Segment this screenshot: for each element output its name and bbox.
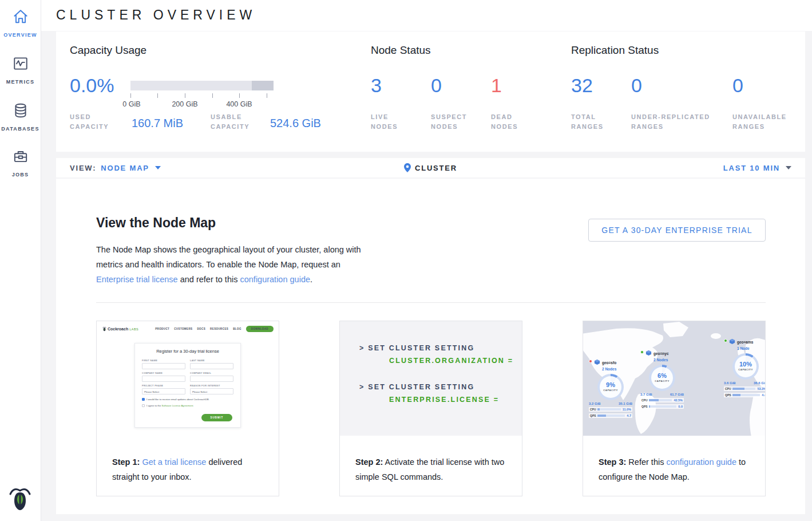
- sidebar-item-label: METRICS: [6, 79, 35, 85]
- view-selector-dropdown[interactable]: NODE MAP: [101, 164, 149, 172]
- usable-capacity-value: 524.6 GiB: [270, 117, 321, 130]
- main-area: CLUSTER OVERVIEW Capacity Usage 0.0% 0 G…: [41, 0, 812, 521]
- time-range-dropdown[interactable]: LAST 10 MIN: [457, 164, 791, 172]
- mini-bug-icon: [102, 326, 106, 331]
- capacity-gauge-ticks: [130, 93, 274, 98]
- get-trial-license-link[interactable]: Get a trial license: [142, 457, 206, 467]
- breadcrumb[interactable]: CLUSTER: [404, 163, 457, 172]
- locality-name: geo=sfo: [602, 361, 616, 365]
- configuration-guide-link[interactable]: configuration guide: [666, 457, 736, 467]
- sql-prompt: >: [359, 344, 365, 352]
- sql-argument: ENTERPRISE.LICENSE =: [389, 396, 522, 404]
- jobs-icon: [12, 148, 29, 165]
- capacity-donut: 9%CAPACITY: [597, 374, 624, 400]
- mini-select: Please Select: [190, 388, 233, 394]
- sql-command: SET CLUSTER SETTING: [368, 383, 474, 391]
- status-dot-live-icon: [724, 339, 727, 342]
- sql-command: SET CLUSTER SETTING: [368, 344, 474, 352]
- used-capacity-label: USED CAPACITY: [70, 112, 122, 132]
- sidebar-item-label: JOBS: [12, 172, 29, 177]
- mini-field-label: COMPANY EMAIL: [190, 372, 233, 374]
- mini-input: [190, 363, 233, 369]
- suspect-nodes-value: 0: [431, 74, 442, 97]
- locality-node-count: 2 Nodes: [602, 367, 616, 371]
- mini-nav-item: CUSTOMERS: [174, 327, 192, 330]
- node-map-preview-image: geo=sfo2 Nodes 9%CAPACITY 3.2 GiB35.1 Gi…: [583, 321, 765, 436]
- tick-label: 0 GiB: [122, 100, 140, 108]
- divider: [96, 302, 766, 303]
- mini-input: [142, 376, 185, 382]
- configuration-guide-link[interactable]: configuration guide: [240, 275, 310, 284]
- cluster-summary-panel: Capacity Usage 0.0% 0 GiB 200 GiB 400 Gi…: [56, 31, 805, 152]
- enterprise-trial-license-link[interactable]: Enterprise trial license: [96, 275, 178, 284]
- capacity-usage-title: Capacity Usage: [70, 44, 146, 57]
- mini-cockroach-labs-logo: Cockroach LABS: [102, 326, 138, 331]
- capacity-gauge: [130, 81, 274, 90]
- step-2-label: Step 2:: [355, 457, 383, 467]
- map-widget-ams: geo=ams1 Node 10%CAPACITY 3.6 GiB36.6 Gi…: [724, 338, 765, 397]
- sql-prompt: >: [359, 383, 365, 391]
- status-dot-live-icon: [640, 350, 644, 354]
- mini-nav-item: BLOG: [233, 327, 241, 330]
- under-replicated-ranges-label: UNDER-REPLICATED RANGES: [631, 112, 726, 132]
- mini-brand-text: Cockroach: [108, 327, 128, 331]
- sql-commands-preview: > SET CLUSTER SETTING CLUSTER.ORGANIZATI…: [340, 321, 522, 436]
- locality-node-count: 1 Node: [737, 346, 750, 350]
- mini-download-button: DOWNLOAD: [246, 326, 274, 332]
- chevron-down-icon[interactable]: [155, 166, 161, 169]
- capacity-gauge-reserved-segment: [252, 81, 274, 90]
- mini-input: [190, 376, 233, 382]
- mini-field-label: REASON FOR INTEREST: [190, 385, 233, 387]
- sidebar-item-label: DATABASES: [1, 126, 39, 132]
- mini-nav-item: RESOURCES: [210, 327, 228, 330]
- mini-nav-item: DOCS: [197, 327, 205, 330]
- step-3-label: Step 3:: [599, 457, 626, 467]
- get-enterprise-trial-button[interactable]: GET A 30-DAY ENTERPRISE TRIAL: [588, 219, 766, 242]
- locality-name: geo=ams: [737, 340, 753, 344]
- total-ranges-label: TOTAL RANGES: [571, 112, 620, 132]
- mini-nav-item: PRODUCT: [155, 327, 169, 330]
- step-3-caption: Step 3: Refer this configuration guide t…: [599, 455, 755, 484]
- step-1-card: Cockroach LABS PRODUCT CUSTOMERS DOCS RE…: [96, 321, 279, 496]
- home-icon: [12, 8, 29, 25]
- mini-field-label: LAST NAME: [190, 360, 233, 362]
- mini-form-title: Register for a 30-day trial license: [142, 349, 233, 354]
- view-label: VIEW:: [70, 164, 96, 172]
- step-1-caption: Step 1: Get a trial license delivered st…: [112, 455, 268, 484]
- mini-registration-form: Register for a 30-day trial license FIRS…: [134, 343, 241, 428]
- node-cube-icon: [729, 338, 735, 345]
- live-nodes-label: LIVE NODES: [371, 112, 417, 132]
- chevron-down-icon: [786, 166, 791, 169]
- sidebar-item-overview[interactable]: OVERVIEW: [0, 8, 41, 39]
- page-title: CLUSTER OVERVIEW: [56, 7, 256, 23]
- mini-site-header: Cockroach LABS PRODUCT CUSTOMERS DOCS RE…: [102, 326, 274, 332]
- locality-name: geo=nyc: [653, 352, 669, 356]
- step-2-card: > SET CLUSTER SETTING CLUSTER.ORGANIZATI…: [339, 321, 522, 496]
- description-text: The Node Map shows the geographical layo…: [96, 245, 361, 269]
- status-dot-dead-icon: [589, 360, 592, 363]
- capacity-donut: 6%CAPACITY: [649, 365, 675, 391]
- mini-field-label: COMPANY NAME: [142, 372, 185, 374]
- mini-field-label: PROJECT PHASE: [142, 385, 185, 387]
- unavailable-ranges-label: UNAVAILABLE RANGES: [732, 112, 798, 132]
- map-widget-sfo: geo=sfo2 Nodes 9%CAPACITY 3.2 GiB35.1 Gi…: [589, 359, 632, 418]
- total-ranges-value: 32: [571, 74, 593, 97]
- under-replicated-ranges-value: 0: [631, 74, 642, 97]
- unavailable-ranges-value: 0: [732, 74, 743, 97]
- sidebar-item-metrics[interactable]: METRICS: [0, 55, 41, 86]
- mini-input: [142, 363, 185, 369]
- sidebar-item-databases[interactable]: DATABASES: [0, 102, 41, 133]
- node-status-title: Node Status: [371, 44, 431, 57]
- tick-label: 200 GiB: [172, 100, 197, 108]
- sidebar-item-label: OVERVIEW: [3, 32, 37, 38]
- capacity-gauge-tick-labels: 0 GiB 200 GiB 400 GiB: [130, 100, 274, 109]
- replication-status-title: Replication Status: [571, 44, 659, 57]
- cockroachdb-logo: [9, 486, 31, 512]
- sidebar-item-jobs[interactable]: JOBS: [0, 148, 41, 179]
- capacity-donut: 10%CAPACITY: [732, 353, 759, 380]
- time-range-value: LAST 10 MIN: [723, 164, 780, 172]
- mini-checkbox: [142, 404, 145, 407]
- mini-checkbox-checked: [142, 398, 145, 401]
- usable-capacity-label: USABLE CAPACITY: [211, 112, 268, 132]
- section-description: The Node Map shows the geographical layo…: [96, 242, 364, 287]
